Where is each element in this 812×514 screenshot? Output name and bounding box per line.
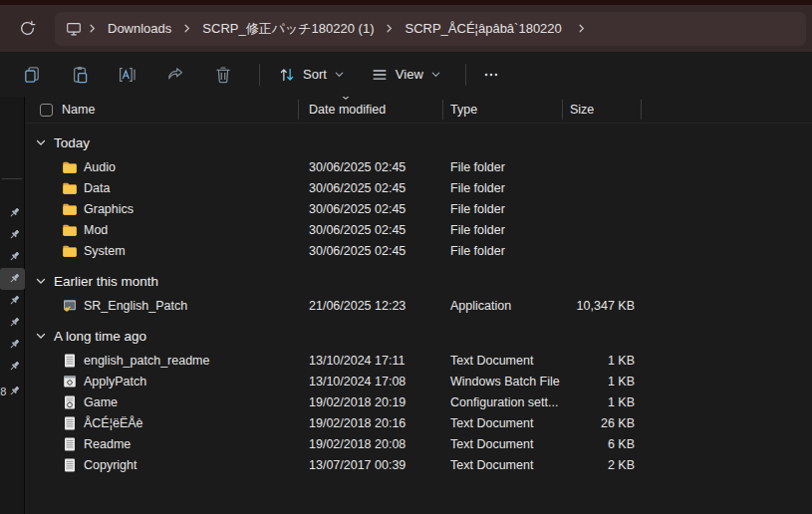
view-icon [371,66,389,84]
file-type: File folder [443,202,563,216]
chevron-down-icon [334,69,345,80]
group-collapse-chevron-icon [35,275,47,287]
file-row[interactable]: Mod 30/06/2025 02:45 File folder [25,219,812,240]
file-date-modified: 13/10/2024 17:11 [299,354,443,368]
file-size: 26 KB [563,416,642,430]
file-name: Copyright [84,458,137,472]
pin-icon [9,361,21,373]
pinned-item[interactable] [0,290,25,312]
pinned-item[interactable] [0,356,25,378]
file-row[interactable]: Graphics 30/06/2025 02:45 File folder [25,198,812,219]
view-label: View [396,67,423,82]
file-type: Windows Batch File [443,375,563,388]
breadcrumb-chevron-icon [87,23,98,34]
group-collapse-chevron-icon [35,330,47,342]
app-icon [62,298,78,314]
file-row[interactable]: SR_English_Patch 21/06/2025 12:23 Applic… [25,295,812,316]
file-size: 1 KB [563,354,642,368]
delete-button[interactable] [203,58,243,92]
more-options-button[interactable] [474,58,508,92]
toolbar-separator [465,64,466,86]
rename-button[interactable] [108,58,147,92]
column-header-row: Name Date modified Type Size [25,97,812,124]
breadcrumb-item[interactable]: Downloads [102,18,177,39]
folder-icon [62,201,78,217]
file-date-modified: 19/02/2018 20:19 [299,395,443,409]
text-icon [62,457,78,473]
file-name: Graphics [84,202,134,216]
file-type: Text Document [443,458,563,472]
file-row[interactable]: Readme 19/02/2018 20:08 Text Document 6 … [25,433,812,454]
file-name: Game [84,395,118,409]
file-date-modified: 30/06/2025 02:45 [299,244,443,258]
column-header-name[interactable]: Name [25,100,299,120]
file-date-modified: 19/02/2018 20:08 [299,437,443,451]
file-row[interactable]: Copyright 13/07/2017 00:39 Text Document… [25,454,812,475]
pinned-item[interactable] [0,334,25,356]
sort-direction-icon [341,97,351,105]
text-icon [62,436,78,452]
pinned-item[interactable] [0,224,25,246]
sort-label: Sort [303,67,327,82]
file-type: Application [443,299,563,313]
address-bar[interactable]: DownloadsSCRP_修正パッチ180220 (1)SCRP_ÅCÉ¦âp… [55,12,806,46]
pin-icon [9,273,21,285]
file-name: Readme [84,437,131,451]
pin-icon [9,317,21,329]
view-dropdown[interactable]: View [361,58,451,92]
sort-dropdown[interactable]: Sort [268,58,355,92]
group-header[interactable]: Earlier this month [25,270,812,292]
titlebar: DownloadsSCRP_修正パッチ180220 (1)SCRP_ÅCÉ¦âp… [0,0,812,52]
file-type: File folder [443,160,563,174]
file-name: SR_English_Patch [84,299,187,313]
folder-icon [62,243,78,259]
share-button[interactable] [155,58,195,92]
file-name: ApplyPatch [84,375,146,388]
group-header[interactable]: Today [25,131,812,153]
column-header-size[interactable]: Size [563,100,642,120]
column-header-date-modified[interactable]: Date modified [299,100,443,120]
rail-divider [2,178,22,179]
file-row[interactable]: english_patch_readme 13/10/2024 17:11 Te… [25,350,812,371]
file-size: 2 KB [563,458,642,472]
breadcrumb-item[interactable]: SCRP_修正パッチ180220 (1) [196,17,380,41]
pinned-item[interactable]: 18 [0,381,25,402]
toolbar-separator [259,64,260,86]
file-type: Text Document [443,354,563,368]
paste-button[interactable] [60,58,100,92]
file-row[interactable]: Audio 30/06/2025 02:45 File folder [25,156,812,177]
pinned-item[interactable] [0,268,25,290]
file-row[interactable]: System 30/06/2025 02:45 File folder [25,240,812,261]
column-header-type[interactable]: Type [443,100,563,120]
collapsed-nav-pane: 18 [0,97,25,514]
file-type: Configuration sett... [443,395,563,409]
file-explorer-window: DownloadsSCRP_修正パッチ180220 (1)SCRP_ÅCÉ¦âp… [0,0,812,514]
file-size: 10,347 KB [563,299,642,313]
file-row[interactable]: Game 19/02/2018 20:19 Configuration sett… [25,391,812,412]
copy-button[interactable] [12,58,52,92]
folder-icon [62,222,78,238]
file-name: System [84,244,126,258]
pinned-item[interactable] [0,246,25,268]
file-date-modified: 30/06/2025 02:45 [299,181,443,195]
file-date-modified: 13/07/2017 00:39 [299,458,443,472]
file-row[interactable]: Data 30/06/2025 02:45 File folder [25,177,812,198]
pin-icon [9,339,21,351]
file-row[interactable]: ÅCÉ¦ëËÅè 19/02/2018 20:16 Text Document … [25,412,812,433]
file-type: Text Document [443,437,563,451]
refresh-button[interactable] [14,15,41,42]
pinned-item[interactable] [0,312,25,334]
file-date-modified: 21/06/2025 12:23 [299,299,443,313]
pin-icon [9,295,21,307]
file-type: File folder [443,181,563,195]
breadcrumb-item[interactable]: SCRP_ÅCÉ¦âpâbâ`180220 [399,18,567,39]
file-row[interactable]: ApplyPatch 13/10/2024 17:08 Windows Batc… [25,371,812,391]
chevron-down-icon [430,69,441,80]
pinned-item[interactable] [0,202,25,224]
text-icon [62,353,78,369]
file-name: Mod [84,223,108,237]
breadcrumb-chevron-icon [576,23,587,34]
select-all-checkbox[interactable] [40,104,53,117]
text-icon [62,415,78,431]
group-header[interactable]: A long time ago [25,325,812,347]
